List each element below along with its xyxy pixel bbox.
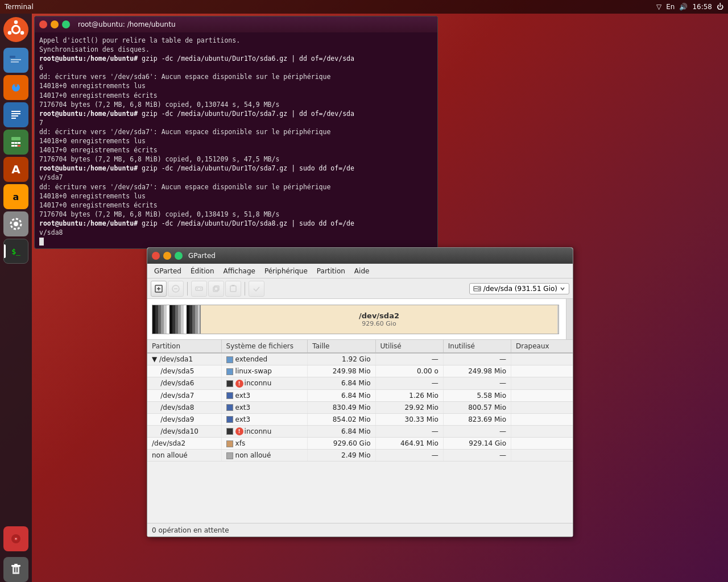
terminal-minimize-button[interactable] bbox=[51, 20, 59, 28]
table-row[interactable]: ▼ /dev/sda1extended1.92 Gio—— bbox=[147, 353, 573, 365]
svg-point-3 bbox=[20, 31, 24, 35]
cell-utilise: 464.91 Mio bbox=[375, 438, 443, 450]
launcher-icon-files[interactable] bbox=[3, 48, 28, 73]
launcher-icon-browser[interactable] bbox=[3, 75, 28, 100]
svg-rect-14 bbox=[11, 115, 18, 117]
top-bar-left: Terminal bbox=[5, 3, 34, 11]
gparted-close-button[interactable] bbox=[152, 252, 160, 260]
launcher-icon-appstore[interactable]: A bbox=[3, 157, 28, 182]
svg-rect-32 bbox=[14, 564, 18, 565]
menu-peripherique[interactable]: Périphérique bbox=[260, 266, 312, 276]
svg-rect-37 bbox=[196, 287, 202, 290]
status-text: 0 opération en attente bbox=[152, 526, 229, 534]
top-bar-right: ▽ En 🔊 16:58 ⏻ bbox=[656, 3, 723, 11]
svg-rect-33 bbox=[14, 567, 15, 572]
cell-fs: extended bbox=[221, 353, 308, 365]
disk-segment-sda2[interactable]: /dev/sda2 929.60 Gio bbox=[201, 305, 559, 334]
svg-rect-39 bbox=[214, 286, 219, 290]
svg-point-4 bbox=[8, 31, 12, 35]
menu-partition[interactable]: Partition bbox=[312, 266, 350, 276]
svg-point-42 bbox=[478, 288, 480, 290]
terminal-maximize-button[interactable] bbox=[62, 20, 70, 28]
cell-inutilise: 929.14 Gio bbox=[443, 438, 511, 450]
terminal-line: 14017+0 enregistrements écrits bbox=[39, 91, 433, 100]
terminal-line: Appel d'ioctl() pour relire la table de … bbox=[39, 36, 433, 45]
terminal-close-button[interactable] bbox=[39, 20, 47, 28]
terminal-line: 14018+0 enregistrements lus bbox=[39, 81, 433, 90]
cell-fs: linux-swap bbox=[221, 365, 308, 377]
table-row[interactable]: /dev/sda5linux-swap249.98 Mio0.00 o249.9… bbox=[147, 365, 573, 377]
table-row[interactable]: /dev/sda7ext36.84 Mio1.26 Mio5.58 Mio bbox=[147, 389, 573, 401]
toolbar-copy-button bbox=[208, 281, 224, 297]
terminal-line: root@ubuntu:/home/ubuntu# gzip -dc /medi… bbox=[39, 54, 433, 63]
table-header-row: Partition Système de fichiers Taille Uti… bbox=[147, 340, 573, 353]
cell-utilise: 30.33 Mio bbox=[375, 413, 443, 425]
disk-segment-label: /dev/sda2 bbox=[359, 311, 399, 320]
gparted-statusbar: 0 opération en attente bbox=[147, 523, 573, 537]
cell-partition: non alloué bbox=[147, 450, 221, 462]
cell-partition: /dev/sda9 bbox=[147, 413, 221, 425]
terminal-line: 14017+0 enregistrements écrits bbox=[39, 146, 433, 155]
lang-indicator: En bbox=[666, 3, 675, 11]
disk-scrollbar[interactable] bbox=[566, 299, 573, 339]
toolbar-resize-button bbox=[191, 281, 207, 297]
cell-drapeaux bbox=[511, 353, 573, 365]
th-taille: Taille bbox=[308, 340, 375, 353]
cell-utilise: — bbox=[375, 425, 443, 438]
launcher-icon-writer[interactable] bbox=[3, 102, 28, 127]
terminal-line: 14017+0 enregistrements écrits bbox=[39, 201, 433, 210]
terminal-body[interactable]: Appel d'ioctl() pour relire la table de … bbox=[35, 32, 437, 248]
menu-gparted[interactable]: GParted bbox=[150, 266, 186, 276]
table-row[interactable]: /dev/sda8ext3830.49 Mio29.92 Mio800.57 M… bbox=[147, 401, 573, 413]
disk-segments-container: /dev/sda2 929.60 Gio bbox=[152, 305, 559, 334]
cell-drapeaux bbox=[511, 377, 573, 390]
table-row[interactable]: /dev/sda9ext3854.02 Mio30.33 Mio823.69 M… bbox=[147, 413, 573, 425]
gparted-maximize-button[interactable] bbox=[175, 252, 183, 260]
cell-partition: ▼ /dev/sda1 bbox=[147, 353, 221, 365]
svg-rect-13 bbox=[11, 113, 20, 114]
launcher-icon-terminal[interactable]: $_ bbox=[3, 239, 28, 264]
launcher-icon-disks[interactable] bbox=[3, 526, 28, 551]
cell-inutilise: 249.98 Mio bbox=[443, 365, 511, 377]
terminal-line: 14018+0 enregistrements lus bbox=[39, 136, 433, 146]
launcher-icon-ubuntu[interactable] bbox=[3, 17, 28, 42]
menu-edition[interactable]: Édition bbox=[186, 266, 219, 276]
table-row[interactable]: non allouénon alloué2.49 Mio—— bbox=[147, 450, 573, 462]
volume-icon: 🔊 bbox=[679, 3, 688, 11]
toolbar-paste-button bbox=[225, 281, 241, 297]
menu-affichage[interactable]: Affichage bbox=[219, 266, 260, 276]
cell-fs: non alloué bbox=[221, 450, 308, 462]
svg-rect-30 bbox=[13, 566, 19, 574]
table-row[interactable]: /dev/sda10!inconnu6.84 Mio—— bbox=[147, 425, 573, 438]
device-selector[interactable]: /dev/sda (931.51 Gio) bbox=[469, 283, 569, 294]
svg-rect-31 bbox=[11, 565, 20, 567]
th-partition: Partition bbox=[147, 340, 221, 353]
svg-point-29 bbox=[15, 538, 16, 539]
gparted-title: GParted bbox=[188, 252, 216, 260]
disk-segment-extended[interactable] bbox=[152, 305, 201, 334]
table-row[interactable]: /dev/sda6!inconnu6.84 Mio—— bbox=[147, 377, 573, 390]
cell-fs: ext3 bbox=[221, 401, 308, 413]
cell-fs: !inconnu bbox=[221, 377, 308, 390]
launcher-icon-trash[interactable] bbox=[3, 557, 28, 582]
gparted-minimize-button[interactable] bbox=[163, 252, 171, 260]
table-row[interactable]: /dev/sda2xfs929.60 Gio464.91 Mio929.14 G… bbox=[147, 438, 573, 450]
terminal-window: root@ubuntu: /home/ubuntu Appel d'ioctl(… bbox=[34, 16, 438, 249]
cell-drapeaux bbox=[511, 413, 573, 425]
menu-aide[interactable]: Aide bbox=[350, 266, 374, 276]
terminal-line: 7176704 bytes (7,2 MB, 6,8 MiB) copied, … bbox=[39, 100, 433, 109]
cell-inutilise: — bbox=[443, 353, 511, 365]
launcher-icon-settings[interactable] bbox=[3, 211, 28, 236]
cell-partition: /dev/sda2 bbox=[147, 438, 221, 450]
cell-drapeaux bbox=[511, 401, 573, 413]
terminal-title: root@ubuntu: /home/ubuntu bbox=[78, 20, 176, 28]
launcher-icon-amazon[interactable]: a bbox=[3, 184, 28, 209]
toolbar-apply-button bbox=[249, 281, 264, 297]
th-inutilise: Inutilisé bbox=[443, 340, 511, 353]
toolbar-new-button[interactable] bbox=[151, 281, 167, 297]
app-title: Terminal bbox=[5, 3, 34, 11]
terminal-line: 14018+0 enregistrements lus bbox=[39, 192, 433, 201]
launcher-icon-calc[interactable] bbox=[3, 130, 28, 155]
disk-icon bbox=[473, 285, 481, 293]
svg-rect-8 bbox=[11, 61, 19, 63]
